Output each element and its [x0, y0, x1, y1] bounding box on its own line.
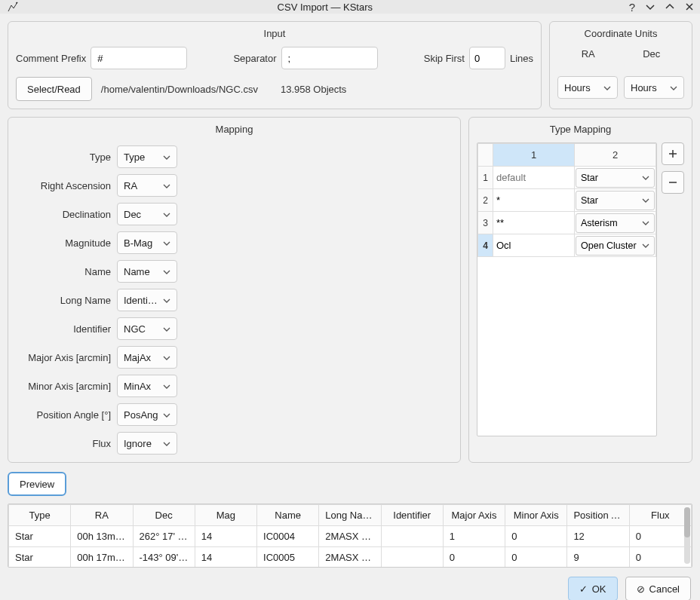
skip-first-label: Skip First — [424, 53, 465, 64]
select-read-button[interactable]: Select/Read — [16, 77, 92, 101]
chevron-down-icon — [642, 173, 649, 182]
chevron-down-icon — [163, 210, 170, 219]
typemap-type-select[interactable]: Asterism — [576, 213, 655, 233]
mapping-select[interactable]: B-Mag — [117, 231, 177, 254]
preview-column-header[interactable]: Mag — [195, 505, 256, 526]
chevron-down-icon — [163, 382, 170, 390]
skip-first-spinbox[interactable]: ▲ ▼ — [469, 47, 505, 69]
chevron-down-icon — [642, 219, 649, 227]
chevron-down-icon — [163, 239, 170, 247]
mapping-label: Name — [16, 266, 111, 277]
chevron-down-icon — [163, 268, 170, 276]
mapping-select[interactable]: Type — [117, 145, 177, 168]
dec-unit-select[interactable]: Hours — [624, 76, 684, 99]
mapping-select[interactable]: Identifiers — [117, 289, 177, 311]
lines-label: Lines — [510, 53, 533, 64]
preview-column-header[interactable]: Long Name — [319, 505, 381, 526]
preview-column-header[interactable]: Dec — [133, 505, 195, 526]
ra-label: RA — [582, 48, 595, 60]
typemap-row-number[interactable]: 4 — [478, 234, 493, 257]
preview-column-header[interactable]: Major Axis — [443, 505, 505, 526]
help-icon[interactable]: ? — [629, 1, 635, 14]
mapping-label: Magnitude — [16, 237, 111, 249]
preview-button[interactable]: Preview — [8, 472, 66, 496]
mapping-title: Mapping — [16, 124, 453, 139]
add-row-button[interactable] — [662, 142, 684, 165]
scrollbar[interactable] — [684, 507, 690, 564]
comment-prefix-input[interactable] — [91, 47, 187, 69]
chevron-down-icon — [642, 241, 649, 249]
ok-button[interactable]: OK — [568, 577, 618, 600]
typemap-row-number[interactable]: 3 — [478, 212, 493, 234]
typemap-key-input[interactable] — [493, 212, 574, 234]
mapping-label: Type — [16, 152, 111, 163]
maximize-icon[interactable] — [665, 1, 674, 14]
table-row[interactable]: Star00h 17m …-143° 09' …14IC00052MASX …0… — [9, 547, 692, 568]
titlebar: CSV Import — KStars ? — [0, 0, 700, 14]
preview-column-header[interactable]: Minor Axis — [505, 505, 567, 526]
type-mapping-group: Type Mapping 1 2 1Star2Star3Asterism4Ope… — [468, 117, 692, 463]
typemap-type-select[interactable]: Star — [576, 168, 655, 188]
mapping-group: Mapping TypeTypeRight AscensionRADeclina… — [8, 117, 461, 463]
minus-icon — [668, 178, 677, 187]
mapping-label: Flux — [16, 438, 111, 449]
preview-table[interactable]: TypeRADecMagNameLong NameIdentifierMajor… — [8, 504, 692, 568]
typemap-row-number[interactable]: 1 — [478, 167, 493, 189]
comment-prefix-label: Comment Prefix — [16, 53, 86, 64]
type-mapping-table[interactable]: 1 2 1Star2Star3Asterism4Open Cluster — [477, 142, 657, 436]
chevron-down-icon — [163, 439, 170, 448]
minimize-icon[interactable] — [646, 1, 655, 14]
app-icon — [6, 0, 21, 14]
cancel-button[interactable]: Cancel — [625, 577, 691, 600]
chevron-down-icon — [163, 325, 170, 333]
mapping-select[interactable]: Name — [117, 260, 177, 283]
table-row[interactable]: Star00h 13m …262° 17' …14IC00042MASX …10… — [9, 526, 692, 547]
chevron-down-icon — [163, 153, 170, 161]
mapping-select[interactable]: MinAx — [117, 375, 177, 397]
ra-unit-select[interactable]: Hours — [557, 76, 618, 99]
chevron-down-icon — [603, 84, 611, 92]
mapping-label: Major Axis [arcmin] — [16, 352, 111, 363]
check-icon — [579, 583, 588, 595]
mapping-select[interactable]: NGC — [117, 317, 177, 340]
chevron-down-icon — [670, 84, 677, 92]
mapping-label: Right Ascension — [16, 180, 111, 191]
objects-count-text: 13.958 Objects — [281, 84, 346, 95]
typemap-row-number[interactable]: 2 — [478, 189, 493, 212]
close-icon[interactable] — [685, 1, 694, 14]
remove-row-button[interactable] — [662, 171, 684, 194]
typemap-col-2[interactable]: 2 — [575, 144, 656, 167]
separator-label: Separator — [233, 53, 276, 64]
window-controls: ? — [629, 1, 694, 14]
preview-column-header[interactable]: Identifier — [381, 505, 443, 526]
mapping-label: Declination — [16, 209, 111, 220]
typemap-key-input[interactable] — [493, 167, 574, 188]
chevron-down-icon — [163, 411, 170, 419]
separator-input[interactable] — [281, 47, 378, 69]
input-group: Input Comment Prefix Separator Skip Firs… — [8, 21, 542, 109]
typemap-key-input[interactable] — [493, 189, 574, 211]
typemap-type-select[interactable]: Star — [576, 191, 655, 210]
preview-column-header[interactable]: Name — [257, 505, 319, 526]
dec-label: Dec — [643, 48, 660, 60]
coordinate-units-group: Coordinate Units RA Dec Hours Hours — [549, 21, 692, 109]
preview-column-header[interactable]: Flux — [629, 505, 691, 526]
typemap-col-1[interactable]: 1 — [493, 144, 575, 167]
typemap-key-input[interactable] — [493, 234, 574, 256]
input-title: Input — [16, 28, 533, 44]
coord-title: Coordinate Units — [557, 28, 684, 44]
preview-column-header[interactable]: Type — [9, 505, 71, 526]
mapping-select[interactable]: MajAx — [117, 346, 177, 369]
preview-column-header[interactable]: Position Ang — [567, 505, 629, 526]
mapping-select[interactable]: Dec — [117, 203, 177, 225]
plus-icon — [668, 149, 677, 158]
mapping-label: Identifier — [16, 323, 111, 335]
chevron-down-icon — [163, 182, 170, 190]
mapping-select[interactable]: PosAng — [117, 403, 177, 426]
typemap-type-select[interactable]: Open Cluster — [576, 236, 655, 256]
preview-column-header[interactable]: RA — [71, 505, 133, 526]
chevron-down-icon — [642, 196, 649, 204]
mapping-select[interactable]: Ignore — [117, 432, 177, 455]
mapping-select[interactable]: RA — [117, 174, 177, 197]
mapping-label: Position Angle [°] — [16, 409, 111, 421]
